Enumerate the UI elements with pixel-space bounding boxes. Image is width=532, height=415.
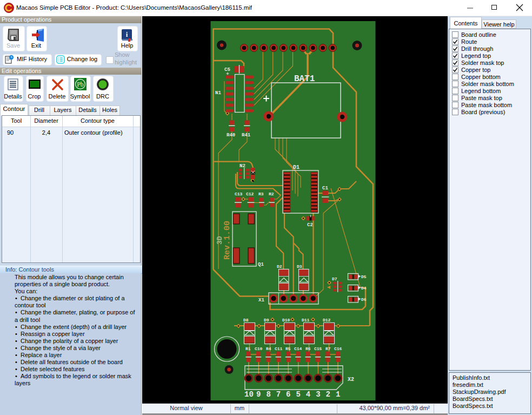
svg-text:Drill through: Drill through [461,45,493,52]
svg-text:D7: D7 [332,276,337,281]
svg-text:5: 5 [296,390,300,399]
svg-text:R1: R1 [245,346,251,351]
svg-text:C15: C15 [314,346,322,351]
svg-text:R3: R3 [258,192,264,196]
svg-text:R4: R4 [266,346,271,351]
svg-text:Legend top: Legend top [461,52,491,59]
svg-text:7: 7 [276,390,281,399]
svg-text:2: 2 [325,390,330,399]
svg-text:9: 9 [256,390,261,399]
svg-text:D9: D9 [264,318,269,322]
svg-text:C10: C10 [255,346,263,351]
svg-text:8: 8 [266,390,270,399]
svg-text:C2: C2 [307,222,313,228]
svg-text:BAT1: BAT1 [294,74,315,84]
svg-text:N2: N2 [240,163,245,169]
svg-text:Board outline: Board outline [461,31,496,38]
svg-text:6: 6 [286,390,290,399]
svg-text:Paste mask top: Paste mask top [461,95,502,101]
svg-text:D12: D12 [323,318,331,322]
svg-text:Solder mask bottom: Solder mask bottom [461,81,514,87]
svg-text:D3: D3 [297,264,302,269]
svg-text:C5: C5 [224,67,230,73]
svg-text:D4: D4 [361,286,367,291]
svg-text:D2: D2 [277,264,282,269]
svg-text:Route: Route [461,38,477,45]
svg-text:1: 1 [336,390,340,399]
svg-text:C1: C1 [322,186,328,191]
svg-text:R7: R7 [325,346,331,351]
svg-text:4: 4 [306,390,310,399]
svg-text:D8: D8 [243,318,249,322]
svg-text:X2: X2 [348,377,354,383]
svg-text:i: i [126,30,128,38]
svg-text:3D: 3D [216,236,224,245]
svg-text:D1: D1 [293,164,300,170]
svg-text:N1: N1 [215,90,221,96]
svg-text:R41: R41 [242,133,251,138]
svg-text:D6: D6 [361,297,367,302]
svg-text:C13: C13 [235,192,243,196]
svg-text:X1: X1 [258,298,264,303]
svg-text:Copper bottom: Copper bottom [461,74,501,80]
svg-text:C11: C11 [275,346,283,351]
svg-text:D11: D11 [302,318,310,322]
svg-text:Rev.1.00: Rev.1.00 [223,221,232,260]
svg-text:R6: R6 [305,346,311,351]
svg-text:Pb: Pb [77,81,84,88]
svg-text:Legend bottom: Legend bottom [461,88,501,94]
svg-text:R2: R2 [269,192,274,196]
svg-text:C12: C12 [246,192,254,196]
svg-text:Board (previous): Board (previous) [461,109,505,115]
svg-text:Q1: Q1 [258,262,264,267]
svg-text:Copper top: Copper top [461,67,490,73]
svg-text:C16: C16 [334,346,342,351]
svg-text:Paste mask bottom: Paste mask bottom [461,102,512,108]
svg-text:R5: R5 [285,346,291,351]
svg-text:3: 3 [316,390,320,399]
svg-text:10: 10 [244,390,254,399]
svg-text:R40: R40 [227,133,235,138]
svg-text:Solder mask top: Solder mask top [461,60,504,66]
svg-text:D5: D5 [361,274,367,279]
svg-text:D10: D10 [282,318,290,322]
svg-text:C14: C14 [294,346,302,351]
